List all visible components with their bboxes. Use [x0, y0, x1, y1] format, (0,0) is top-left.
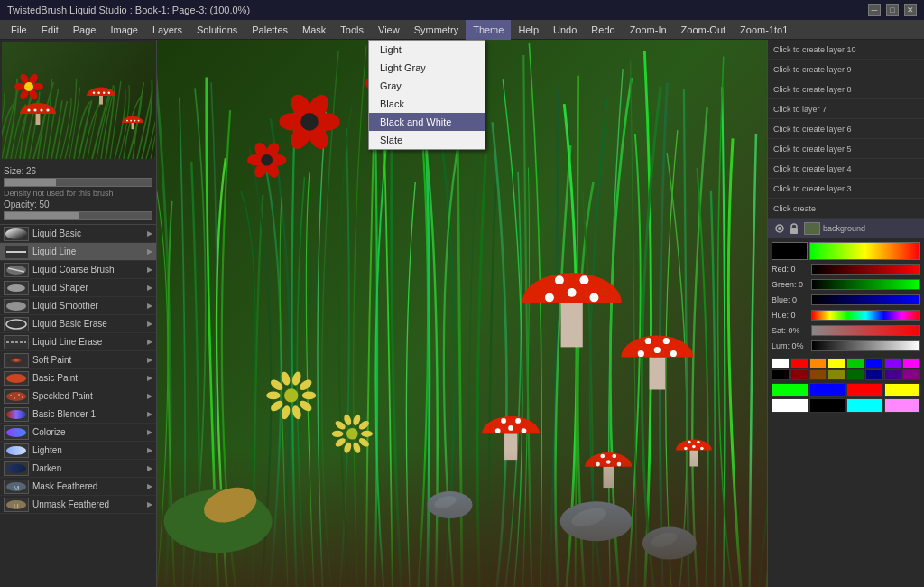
- brush-item-liquid-line[interactable]: Liquid Line▶: [0, 243, 156, 261]
- color-swatch[interactable]: [790, 369, 808, 380]
- layer-label: Click to create layer 5: [773, 144, 852, 154]
- layer-label: Click to layer 7: [773, 105, 827, 114]
- menu-file[interactable]: File: [4, 20, 34, 40]
- maximize-button[interactable]: □: [886, 4, 899, 16]
- green-slider[interactable]: [811, 279, 920, 290]
- layer-row-8[interactable]: Click create: [768, 199, 924, 219]
- color-swatch[interactable]: [790, 358, 808, 368]
- menu-zoom-out[interactable]: Zoom-Out: [674, 20, 734, 40]
- layer-row-1[interactable]: Click to create layer 9: [768, 60, 924, 79]
- large-color-swatch[interactable]: [884, 383, 921, 397]
- color-swatch[interactable]: [772, 369, 790, 380]
- brush-item-liquid-coarse-brush[interactable]: Liquid Coarse Brush▶: [0, 261, 156, 279]
- menu-symmetry[interactable]: Symmetry: [407, 20, 467, 40]
- color-swatch[interactable]: [809, 369, 827, 380]
- brush-expand-arrow: ▶: [147, 247, 152, 256]
- layer-row-7[interactable]: Click to create layer 3: [768, 179, 924, 199]
- layer-row-9[interactable]: background: [768, 219, 924, 238]
- brush-item-liquid-line-erase[interactable]: Liquid Line Erase▶: [0, 333, 156, 351]
- theme-black-and-white[interactable]: Black and White: [369, 113, 485, 131]
- color-swatch[interactable]: [902, 369, 920, 380]
- layer-row-3[interactable]: Click to layer 7: [768, 99, 924, 119]
- brush-item-basic-blender-1[interactable]: Basic Blender 1▶: [0, 405, 156, 424]
- color-swatch[interactable]: [809, 358, 827, 368]
- large-color-swatch[interactable]: [846, 398, 883, 413]
- layer-row-4[interactable]: Click to create layer 6: [768, 119, 924, 139]
- menu-solutions[interactable]: Solutions: [189, 20, 245, 40]
- color-swatch[interactable]: [772, 358, 790, 368]
- color-swatch[interactable]: [884, 369, 902, 380]
- menu-mask[interactable]: Mask: [295, 20, 333, 40]
- color-swatch[interactable]: [846, 369, 864, 380]
- theme-light[interactable]: Light: [369, 41, 485, 59]
- brush-item-liquid-basic[interactable]: Liquid Basic▶: [0, 225, 156, 243]
- black-swatch[interactable]: [772, 242, 808, 260]
- layer-row-0[interactable]: Click to create layer 10: [768, 40, 924, 60]
- large-color-swatch[interactable]: [846, 383, 883, 397]
- size-slider[interactable]: [4, 178, 152, 187]
- menu-view[interactable]: View: [371, 20, 407, 40]
- color-swatch[interactable]: [884, 358, 902, 368]
- brush-expand-arrow: ▶: [147, 284, 152, 292]
- menu-page[interactable]: Page: [66, 20, 104, 40]
- layer-row-6[interactable]: Click to create layer 4: [768, 159, 924, 179]
- large-color-swatch[interactable]: [772, 383, 808, 397]
- brush-item-liquid-smoother[interactable]: Liquid Smoother▶: [0, 297, 156, 315]
- color-swatch[interactable]: [827, 358, 845, 368]
- large-color-swatch[interactable]: [772, 398, 808, 413]
- color-swatch[interactable]: [902, 358, 920, 368]
- brush-name: Mask Feathered: [32, 481, 147, 491]
- brush-item-liquid-shaper[interactable]: Liquid Shaper▶: [0, 279, 156, 297]
- close-button[interactable]: ✕: [904, 4, 917, 16]
- color-swatch[interactable]: [865, 369, 883, 380]
- menu-layers[interactable]: Layers: [145, 20, 189, 40]
- layer-row-5[interactable]: Click to create layer 5: [768, 139, 924, 159]
- opacity-slider[interactable]: [4, 211, 152, 220]
- menu-help[interactable]: Help: [511, 20, 546, 40]
- menu-theme[interactable]: Theme: [466, 20, 511, 40]
- brush-item-unmask-feathered[interactable]: UUnmask Feathered▶: [0, 496, 156, 514]
- brush-item-soft-paint[interactable]: Soft Paint▶: [0, 351, 156, 369]
- theme-slate[interactable]: Slate: [369, 131, 485, 149]
- brush-item-darken[interactable]: Darken▶: [0, 460, 156, 478]
- brush-item-basic-paint[interactable]: Basic Paint▶: [0, 369, 156, 387]
- menu-palettes[interactable]: Palettes: [245, 20, 295, 40]
- color-swatch[interactable]: [846, 358, 864, 368]
- brush-icon: [4, 371, 29, 386]
- large-color-swatch[interactable]: [884, 398, 921, 413]
- menu-bar: File Edit Page Image Layers Solutions Pa…: [0, 20, 924, 40]
- menu-zoom-1to1[interactable]: Zoom-1to1: [733, 20, 795, 40]
- color-swatch[interactable]: [865, 358, 883, 368]
- layer-row-2[interactable]: Click to create layer 8: [768, 79, 924, 99]
- menu-edit[interactable]: Edit: [34, 20, 66, 40]
- large-color-swatch[interactable]: [809, 398, 846, 413]
- menu-zoom-in[interactable]: Zoom-In: [623, 20, 674, 40]
- menu-tools[interactable]: Tools: [333, 20, 371, 40]
- theme-gray[interactable]: Gray: [369, 77, 485, 95]
- theme-black[interactable]: Black: [369, 95, 485, 113]
- brush-item-speckled-paint[interactable]: Speckled Paint▶: [0, 387, 156, 405]
- color-swatch[interactable]: [827, 369, 845, 380]
- brush-item-liquid-basic-erase[interactable]: Liquid Basic Erase▶: [0, 315, 156, 333]
- size-row: Size: 26: [4, 166, 152, 176]
- svg-point-11: [10, 395, 12, 396]
- menu-image[interactable]: Image: [103, 20, 145, 40]
- brush-item-lighten[interactable]: Lighten▶: [0, 442, 156, 460]
- blue-slider[interactable]: [811, 294, 920, 305]
- menu-redo[interactable]: Redo: [584, 20, 622, 40]
- brush-icon: [4, 317, 29, 331]
- hue-slider[interactable]: [811, 310, 920, 321]
- brush-item-mask-feathered[interactable]: MMask Feathered▶: [0, 478, 156, 496]
- theme-light-gray[interactable]: Light Gray: [369, 59, 485, 77]
- sat-slider[interactable]: [811, 325, 920, 336]
- color-gradient[interactable]: [809, 242, 920, 260]
- large-color-swatch[interactable]: [809, 383, 846, 397]
- red-slider[interactable]: [811, 264, 920, 275]
- brush-icon: [4, 389, 29, 404]
- brush-item-colorize[interactable]: Colorize▶: [0, 424, 156, 442]
- lum-slider[interactable]: [811, 340, 920, 351]
- sat-label: Sat: 0%: [772, 326, 809, 335]
- menu-undo[interactable]: Undo: [546, 20, 584, 40]
- minimize-button[interactable]: ─: [868, 4, 881, 16]
- svg-point-17: [6, 446, 26, 455]
